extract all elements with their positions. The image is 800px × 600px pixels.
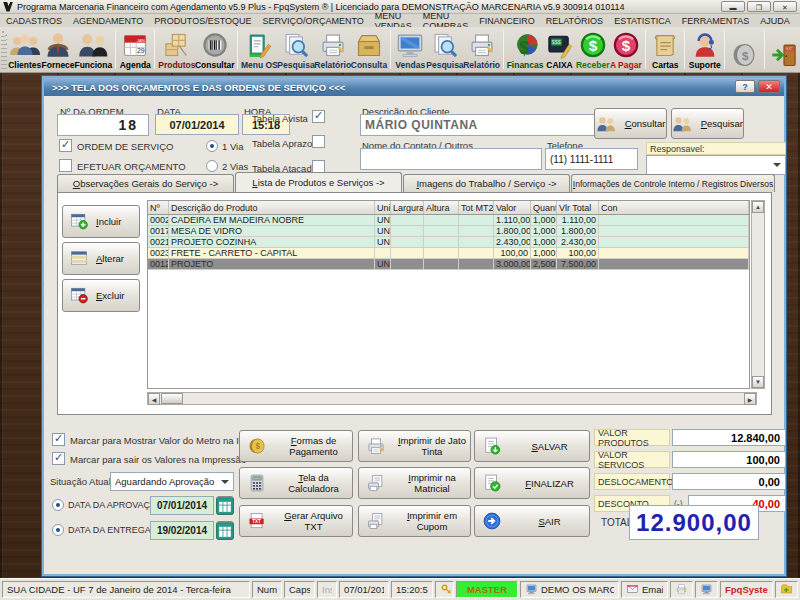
toolbar-button-exit-door[interactable]: EXIT <box>768 28 800 71</box>
incluir-button[interactable]: Incluir <box>62 205 140 238</box>
column-header-descri-o-do-produto[interactable]: Descrição do Produto <box>169 201 375 214</box>
print-option-checkbox-1[interactable] <box>52 433 65 446</box>
menu-item-estatistica[interactable]: ESTATISTICA <box>614 16 671 26</box>
menu-item-financeiro[interactable]: FINANCEIRO <box>479 16 535 26</box>
tab-3[interactable]: Imagens do Trabalho / Serviço -> <box>403 174 570 192</box>
alterar-button[interactable]: Alterar <box>62 242 140 275</box>
toolbar-button-fornece[interactable]: Fornece <box>41 28 74 71</box>
restore-button[interactable]: ❐ <box>747 1 771 12</box>
toolbar-button-receber[interactable]: $Receber <box>576 28 610 71</box>
imprimir-de-jato-tinta-button[interactable]: Imprimir de Jato Tinta <box>358 430 471 462</box>
column-header-largura[interactable]: Largura <box>391 201 424 214</box>
column-header-con[interactable]: Con <box>599 201 749 214</box>
column-header-vlr-total[interactable]: Vlr Total <box>557 201 599 214</box>
printer-icon[interactable] <box>670 581 693 598</box>
table-row[interactable]: 0012PROJETOUNI3.000,002,5007.500,00 <box>148 259 749 270</box>
menu-item-ajuda[interactable]: AJUDA <box>760 16 790 26</box>
table-row[interactable]: 0002CADEIRA EM MADEIRA NOBREUNI1.110,001… <box>148 215 749 226</box>
toolbar-button-caixa[interactable]: $$$CAIXA <box>543 28 575 71</box>
network-icon[interactable] <box>695 581 718 598</box>
order-date-field[interactable]: 07/01/2014 <box>155 114 239 135</box>
column-header-valor[interactable]: Valor <box>494 201 531 214</box>
consult-client-button[interactable]: Consultar <box>594 108 667 139</box>
salvar-button[interactable]: SALVAR <box>474 430 590 462</box>
toolbar-button-produtos[interactable]: Produtos <box>158 28 195 71</box>
column-header-quantia[interactable]: Quantia <box>531 201 557 214</box>
sair-button[interactable]: SAIR <box>474 505 590 537</box>
toolbar-button-menu-os[interactable]: Menu OS <box>241 28 277 71</box>
table-row[interactable]: 0023FRETE - CARRETO - CAPITAL100,001,000… <box>148 248 749 259</box>
table-row[interactable]: 0021PROJETO COZINHAUNI2.430,001,0002.430… <box>148 237 749 248</box>
price-table-checkbox-2[interactable] <box>312 135 325 148</box>
imprimir-na-matricial-button[interactable]: Imprimir na Matricial <box>358 467 471 499</box>
approval-date-radio[interactable] <box>52 499 64 511</box>
budget-checkbox[interactable] <box>59 159 72 172</box>
search-client-button[interactable]: Pesquisar <box>671 108 744 139</box>
print-option-checkbox-2[interactable] <box>52 452 65 465</box>
minimize-button[interactable]: ▬ <box>721 1 745 12</box>
imprimir-em-cupom-button[interactable]: Imprimir em Cupom <box>358 505 471 537</box>
menu-item-relat-rios[interactable]: RELATÓRIOS <box>546 16 603 26</box>
menu-item-label: AGENDAMENTO <box>73 16 143 26</box>
toolbar-button-agenda[interactable]: JAN29Agenda <box>119 28 151 71</box>
tab-4[interactable]: Informações de Controle Interno / Regist… <box>571 174 775 192</box>
column-header-altura[interactable]: Altura <box>424 201 459 214</box>
approval-date-field[interactable]: 07/01/2014 <box>150 496 214 515</box>
close-button[interactable]: ✕ <box>773 1 797 12</box>
table-row[interactable]: 0017MESA DE VIDROUNI1.800,001,0001.800,0… <box>148 226 749 237</box>
table-cell <box>375 248 391 259</box>
column-header-n-[interactable]: Nº <box>148 201 169 214</box>
toolbar-button-relat-rio[interactable]: Relatório <box>463 28 499 71</box>
toolbar-button-a-pagar[interactable]: $A Pagar <box>610 28 642 71</box>
dialog-close-button[interactable]: ✕ <box>758 80 780 93</box>
price-table-checkbox-1[interactable] <box>312 110 325 123</box>
toolbar-button-clientes[interactable]: Clientes <box>8 28 41 71</box>
one-via-radio[interactable] <box>206 140 218 152</box>
toolbar-button-suporte[interactable]: Suporte <box>688 28 721 71</box>
dialog-help-button[interactable]: ? <box>735 80 755 93</box>
toolbar-button-vendas[interactable]: Vendas <box>394 28 426 71</box>
menu-item-servi-o-or-amento[interactable]: SERVIÇO/ORÇAMENTO <box>263 16 364 26</box>
toolbar-button-financas[interactable]: $Financas <box>507 28 543 71</box>
toolbar-button-consultar[interactable]: Consultar <box>195 28 234 71</box>
toolbar-button-coin[interactable]: $ <box>728 28 760 71</box>
menu-item-agendamento[interactable]: AGENDAMENTO <box>73 16 143 26</box>
service-order-checkbox[interactable] <box>59 139 72 152</box>
responsible-dropdown[interactable] <box>646 155 786 175</box>
status-current-dropdown[interactable]: Aguardando Aprovação <box>110 472 234 491</box>
table-vertical-scrollbar[interactable]: ▲ ▼ <box>751 200 765 389</box>
finalizar-button[interactable]: FINALIZAR <box>474 467 590 499</box>
tab-1[interactable]: Observações Gerais do Serviço -> <box>57 174 234 192</box>
column-header-uni[interactable]: Uni <box>375 201 391 214</box>
table-cell <box>391 248 424 259</box>
formas-de-pagamento-button[interactable]: $Formas de Pagamento <box>239 430 353 462</box>
approval-calendar-button[interactable] <box>216 496 234 515</box>
column-header-tot-mt2[interactable]: Tot MT2 <box>459 201 494 214</box>
menu-item-produtos-estoque[interactable]: PRODUTOS/ESTOQUE <box>154 16 251 26</box>
order-number-field[interactable]: 18 <box>57 114 149 136</box>
products-table: NºDescrição do ProdutoUniLarguraAlturaTo… <box>147 200 750 389</box>
contact-field[interactable] <box>360 148 542 170</box>
delivery-date-radio[interactable] <box>52 524 64 536</box>
delivery-date-field[interactable]: 19/02/2014 <box>150 521 214 540</box>
toolbar-button-consulta[interactable]: Consulta <box>351 28 387 71</box>
table-horizontal-scrollbar[interactable]: ◀ ▶ <box>147 392 757 405</box>
tab-2[interactable]: Lista de Produtos e Serviços -> <box>235 172 402 192</box>
toolbar-button-pesquisa[interactable]: Pesquisa <box>426 28 463 71</box>
tela-da-calculadora-button[interactable]: Tela da Calculadora <box>239 467 353 499</box>
delivery-calendar-button[interactable] <box>216 521 234 540</box>
folder-icon[interactable] <box>775 581 798 598</box>
table-cell <box>391 259 424 270</box>
toolbar-button-funciona[interactable]: Funciona <box>75 28 112 71</box>
excluir-button[interactable]: Excluir <box>62 279 140 312</box>
phone-field[interactable]: (11) 1111-1111 <box>545 148 638 170</box>
menu-item-ferramentas[interactable]: FERRAMENTAS <box>682 16 749 26</box>
gerar-arquivo-txt-button[interactable]: TXTGerar Arquivo TXT <box>239 505 353 537</box>
toolbar-button-relat-rio[interactable]: Relatório <box>314 28 350 71</box>
two-vias-radio[interactable] <box>206 160 218 172</box>
status-text: SUA CIDADE - UF 7 de Janeiro de 2014 - T… <box>7 584 231 595</box>
key-icon[interactable] <box>435 581 454 598</box>
toolbar-button-cartas[interactable]: Cartas <box>649 28 681 71</box>
toolbar-button-pesquisa[interactable]: Pesquisa <box>278 28 315 71</box>
menu-item-cadastros[interactable]: CADASTROS <box>6 16 62 26</box>
